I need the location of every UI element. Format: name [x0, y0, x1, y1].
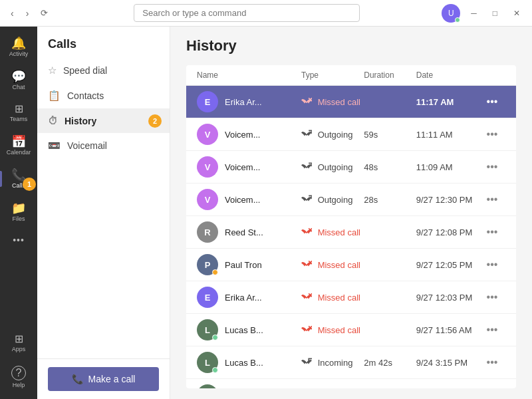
more-options-button[interactable]: •••: [479, 194, 505, 205]
sidebar-item-teams[interactable]: ⊞ Teams: [0, 98, 37, 128]
close-button[interactable]: ✕: [508, 7, 525, 19]
search-bar: [65, 4, 428, 22]
calls-menu-contacts[interactable]: 📋 Contacts: [37, 83, 170, 108]
name-cell: R Reed St...: [197, 221, 301, 243]
name-cell: P Paul Tron: [197, 254, 301, 275]
sidebar-label-activity: Activity: [9, 51, 29, 57]
call-date: 9/27 12:08 PM: [416, 227, 479, 237]
call-type: Missed call: [301, 227, 364, 237]
call-type: Missed call: [301, 325, 364, 335]
calls-badge: 1: [23, 178, 36, 191]
call-duration: 2m 42s: [364, 358, 416, 368]
make-call-icon: 📞: [72, 374, 83, 384]
name-cell: V Voicem...: [197, 124, 301, 145]
col-actions: [479, 70, 505, 80]
status-dot: [212, 269, 218, 275]
contact-name: Voicem...: [225, 195, 260, 205]
sidebar-item-activity[interactable]: 🔔 Activity: [0, 32, 37, 63]
name-cell: L Lucas B...: [197, 319, 301, 340]
back-button[interactable]: ‹: [7, 7, 18, 20]
status-dot: [212, 334, 218, 340]
sidebar-item-files[interactable]: 📁 Files: [0, 197, 37, 227]
call-type: Outgoing: [301, 130, 364, 140]
table-header: Name Type Duration Date: [186, 65, 516, 86]
table-row[interactable]: E Erika Ar... Missed call 11:17 AM •••: [186, 86, 516, 118]
sidebar-label-help: Help: [13, 382, 25, 388]
sidebar-item-more[interactable]: •••: [0, 230, 37, 250]
table-row[interactable]: L Lucas B... Incoming 2m 42s 9/24 3:15 P…: [186, 346, 516, 379]
make-call-button[interactable]: 📞 Make a call: [48, 367, 159, 391]
calls-menu-speed-dial[interactable]: ☆ Speed dial: [37, 58, 170, 83]
more-options-button[interactable]: •••: [479, 96, 505, 108]
col-duration: Duration: [364, 70, 416, 80]
call-type: Missed call: [301, 293, 364, 303]
calls-menu-voicemail[interactable]: 📼 Voicemail: [37, 133, 170, 158]
contact-avatar: E: [197, 91, 218, 112]
sidebar-item-apps[interactable]: ⊞ Apps: [0, 329, 37, 358]
make-call-label: Make a call: [88, 374, 136, 384]
sidebar-item-calls[interactable]: 📞 Calls 1: [0, 164, 37, 194]
more-options-button[interactable]: •••: [479, 128, 505, 140]
table-row[interactable]: V Voicem... Outgoing 59s 11:11 AM •••: [186, 118, 516, 151]
contacts-icon: 📋: [48, 90, 61, 102]
nav-buttons: ‹ › ⟳: [7, 7, 52, 20]
contact-name: Erika Ar...: [225, 293, 262, 303]
contact-avatar: L: [197, 384, 218, 388]
activity-icon: 🔔: [11, 37, 26, 49]
refresh-button[interactable]: ⟳: [37, 7, 52, 19]
call-date: 11:17 AM: [416, 97, 479, 107]
more-options-button[interactable]: •••: [479, 226, 505, 238]
more-options-button[interactable]: •••: [479, 259, 505, 271]
search-input[interactable]: [134, 4, 360, 22]
name-cell: V Voicem...: [197, 189, 301, 210]
calls-panel-title: Calls: [37, 27, 170, 58]
contact-name: Reed St...: [225, 227, 263, 237]
more-options-button[interactable]: •••: [479, 356, 505, 368]
contact-avatar: V: [197, 124, 218, 145]
sidebar-label-calendar: Calendar: [7, 149, 31, 156]
table-row[interactable]: P Paul Tron Missed call 9/27 12:05 PM ••…: [186, 249, 516, 281]
history-rows: E Erika Ar... Missed call 11:17 AM ••• V…: [186, 86, 516, 388]
sidebar-item-chat[interactable]: 💬 Chat: [0, 65, 37, 96]
col-type: Type: [301, 70, 364, 80]
forward-button[interactable]: ›: [22, 7, 33, 20]
contact-avatar: P: [197, 254, 218, 275]
table-row[interactable]: E Erika Ar... Missed call 9/27 12:03 PM …: [186, 281, 516, 314]
calendar-icon: 📅: [11, 136, 26, 148]
calls-panel-footer: 📞 Make a call: [37, 358, 170, 399]
call-duration: 48s: [364, 162, 416, 172]
contact-name: Erika Ar...: [225, 97, 262, 107]
sidebar-item-calendar[interactable]: 📅 Calendar: [0, 130, 37, 161]
col-name: Name: [197, 70, 301, 80]
name-cell: V Voicem...: [197, 156, 301, 178]
table-row[interactable]: L Lucas B... Missed call 9/24 3:13 PM ••…: [186, 379, 516, 388]
table-row[interactable]: L Lucas B... Missed call 9/27 11:56 AM •…: [186, 314, 516, 346]
chat-icon: 💬: [11, 70, 26, 82]
more-options-button[interactable]: •••: [479, 291, 505, 303]
more-options-button[interactable]: •••: [479, 324, 505, 336]
calls-panel: Calls ☆ Speed dial 📋 Contacts ⏱ History …: [37, 27, 170, 399]
call-type: Incoming: [301, 358, 364, 368]
contact-avatar: R: [197, 221, 218, 243]
sidebar-label-teams: Teams: [10, 116, 28, 122]
calls-menu-history[interactable]: ⏱ History 2: [37, 108, 170, 133]
history-icon: ⏱: [48, 115, 58, 126]
contact-name: Paul Tron: [225, 260, 262, 270]
calls-menu: ☆ Speed dial 📋 Contacts ⏱ History 2 📼 Vo…: [37, 58, 170, 358]
main-layout: 🔔 Activity 💬 Chat ⊞ Teams 📅 Calendar 📞 C…: [0, 27, 532, 399]
user-avatar[interactable]: U: [442, 4, 460, 23]
speed-dial-icon: ☆: [48, 65, 57, 76]
contact-name: Lucas B...: [225, 358, 263, 368]
sidebar-item-help[interactable]: ? Help: [0, 360, 37, 394]
table-row[interactable]: R Reed St... Missed call 9/27 12:08 PM •…: [186, 216, 516, 249]
maximize-button[interactable]: □: [487, 7, 503, 19]
call-date: 9/27 12:30 PM: [416, 195, 479, 205]
table-row[interactable]: V Voicem... Outgoing 28s 9/27 12:30 PM •…: [186, 184, 516, 216]
table-row[interactable]: V Voicem... Outgoing 48s 11:09 AM •••: [186, 151, 516, 184]
call-duration: 59s: [364, 130, 416, 140]
speed-dial-label: Speed dial: [63, 65, 107, 76]
files-icon: 📁: [11, 202, 26, 214]
name-cell: E Erika Ar...: [197, 91, 301, 112]
more-options-button[interactable]: •••: [479, 161, 505, 173]
minimize-button[interactable]: ─: [466, 7, 482, 19]
